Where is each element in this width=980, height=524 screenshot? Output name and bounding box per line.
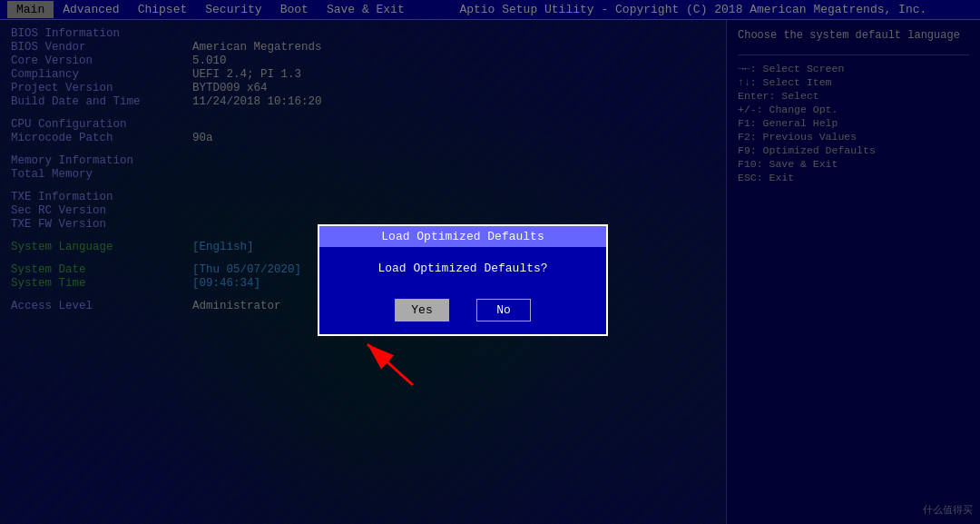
dialog-message: Load Optimized Defaults?: [319, 247, 606, 290]
dialog-box: Load Optimized Defaults Load Optimized D…: [318, 224, 608, 336]
dialog-buttons: Yes No: [319, 290, 606, 334]
dialog-title: Load Optimized Defaults: [319, 226, 606, 247]
modal-overlay: Load Optimized Defaults Load Optimized D…: [0, 0, 980, 524]
red-arrow-icon: [358, 335, 431, 390]
svg-line-1: [368, 344, 413, 385]
bios-screen: Main Advanced Chipset Security Boot Save…: [0, 0, 980, 524]
dialog-no-button[interactable]: No: [476, 299, 531, 321]
dialog-yes-button[interactable]: Yes: [395, 299, 449, 321]
